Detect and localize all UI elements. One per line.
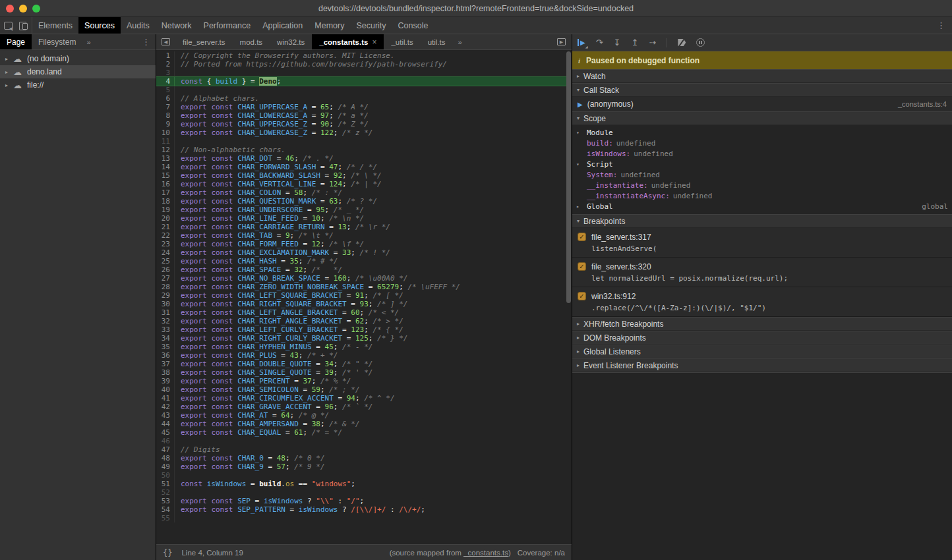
line-number[interactable]: 23: [156, 240, 175, 248]
line-content[interactable]: export const CHAR_RIGHT_CURLY_BRACKET = …: [175, 334, 407, 343]
line-content[interactable]: export const SEP = isWindows ? "\\" : "/…: [175, 497, 364, 505]
scope-group-global[interactable]: ▸Globalglobal: [572, 201, 952, 211]
line-content[interactable]: export const CHAR_HYPHEN_MINUS = 45; /* …: [175, 343, 372, 351]
line-number[interactable]: 55: [156, 514, 175, 522]
line-number[interactable]: 16: [156, 180, 175, 188]
watch-section-header[interactable]: ▸ Watch: [572, 69, 952, 83]
file-tab-file-server-ts[interactable]: file_server.ts: [175, 34, 233, 49]
tree-item-file-[interactable]: ▸☁file://: [0, 78, 156, 92]
line-content[interactable]: export const CHAR_RIGHT_SQUARE_BRACKET =…: [175, 300, 407, 308]
source-editor[interactable]: 1// Copyright the Browserify authors. MI…: [156, 50, 572, 544]
line-number[interactable]: 43: [156, 411, 175, 420]
line-number[interactable]: 51: [156, 480, 175, 488]
line-content[interactable]: export const CHAR_CIRCUMFLEX_ACCENT = 94…: [175, 394, 395, 403]
breakpoints-section-header[interactable]: ▾ Breakpoints: [572, 214, 952, 228]
line-content[interactable]: export const CHAR_DOT = 46; /* . */: [175, 154, 334, 163]
section-header[interactable]: ▸XHR/fetch Breakpoints: [572, 317, 952, 331]
breakpoint-checkbox[interactable]: ✓: [578, 233, 586, 241]
line-content[interactable]: export const CHAR_UNDERSCORE = 95; /* _ …: [175, 206, 364, 214]
section-header[interactable]: ▸Global Listeners: [572, 345, 952, 358]
line-content[interactable]: // Non-alphabetic chars.: [175, 146, 285, 154]
line-content[interactable]: export const CHAR_UPPERCASE_Z = 90; /* Z…: [175, 120, 369, 128]
line-content[interactable]: export const CHAR_EXCLAMATION_MARK = 33;…: [175, 248, 390, 257]
line-number[interactable]: 4: [156, 77, 175, 86]
file-tab-mod-ts[interactable]: mod.ts: [233, 34, 270, 49]
line-content[interactable]: export const CHAR_AT = 64; /* @ */: [175, 411, 329, 420]
line-content[interactable]: export const SEP_PATTERN = isWindows ? /…: [175, 505, 425, 514]
section-header[interactable]: ▸DOM Breakpoints: [572, 331, 952, 345]
line-number[interactable]: 46: [156, 437, 175, 445]
file-tab--util-ts[interactable]: _util.ts: [384, 34, 420, 49]
line-number[interactable]: 32: [156, 317, 175, 325]
scope-group-module[interactable]: ▾Module: [572, 127, 952, 138]
step-into-icon[interactable]: ↧: [614, 38, 621, 47]
scope-section-header[interactable]: ▾ Scope: [572, 111, 952, 125]
navigator-kebab-icon[interactable]: ⋮: [136, 34, 156, 49]
line-number[interactable]: 42: [156, 403, 175, 411]
line-number[interactable]: 15: [156, 171, 175, 180]
inspect-element-icon[interactable]: [4, 22, 13, 30]
line-number[interactable]: 28: [156, 283, 175, 291]
source-mapped-link[interactable]: _constants.ts: [463, 549, 508, 557]
hide-navigator-button[interactable]: ◀: [156, 34, 175, 49]
device-toolbar-icon[interactable]: [19, 21, 28, 30]
line-content[interactable]: export const CHAR_HASH = 35; /* # */: [175, 257, 338, 266]
line-content[interactable]: [175, 488, 181, 497]
editor-scrollbar-thumb[interactable]: [566, 51, 571, 303]
main-tab-performance[interactable]: Performance: [198, 17, 257, 34]
line-content[interactable]: export const CHAR_LEFT_ANGLE_BRACKET = 6…: [175, 308, 399, 317]
line-number[interactable]: 1: [156, 51, 175, 60]
file-tab--constants-ts[interactable]: _constants.ts×: [312, 34, 384, 49]
minimize-window-button[interactable]: [19, 5, 27, 13]
line-content[interactable]: export const CHAR_GRAVE_ACCENT = 96; /* …: [175, 403, 372, 411]
navigator-tab-page[interactable]: Page: [0, 34, 32, 49]
line-number[interactable]: 54: [156, 505, 175, 514]
line-content[interactable]: export const CHAR_AMPERSAND = 38; /* & *…: [175, 420, 360, 428]
line-number[interactable]: 17: [156, 188, 175, 197]
step-icon[interactable]: ⇢: [649, 38, 656, 47]
line-number[interactable]: 47: [156, 445, 175, 454]
show-debugger-sidebar-button[interactable]: ▶: [551, 34, 572, 49]
close-tab-icon[interactable]: ×: [372, 38, 376, 47]
line-number[interactable]: 36: [156, 351, 175, 360]
line-content[interactable]: // Copyright the Browserify authors. MIT…: [175, 51, 395, 60]
scope-group-script[interactable]: ▾Script: [572, 159, 952, 169]
line-content[interactable]: export const CHAR_9 = 57; /* 9 */: [175, 462, 325, 471]
line-number[interactable]: 27: [156, 274, 175, 283]
line-number[interactable]: 48: [156, 454, 175, 462]
line-number[interactable]: 10: [156, 128, 175, 137]
line-content[interactable]: export const CHAR_LINE_FEED = 10; /* \n …: [175, 214, 364, 223]
line-content[interactable]: [175, 437, 181, 445]
line-number[interactable]: 33: [156, 325, 175, 334]
line-number[interactable]: 11: [156, 137, 175, 146]
line-content[interactable]: export const CHAR_LEFT_SQUARE_BRACKET = …: [175, 291, 403, 300]
line-number[interactable]: 31: [156, 308, 175, 317]
line-content[interactable]: export const CHAR_DOUBLE_QUOTE = 34; /* …: [175, 360, 372, 368]
zoom-window-button[interactable]: [32, 5, 40, 13]
line-number[interactable]: 50: [156, 471, 175, 480]
line-content[interactable]: export const CHAR_0 = 48; /* 0 */: [175, 454, 325, 462]
line-number[interactable]: 14: [156, 163, 175, 171]
scope-variable-__instantiate[interactable]: __instantiate:undefined: [572, 180, 952, 190]
main-tab-sources[interactable]: Sources: [78, 17, 121, 34]
line-content[interactable]: [175, 137, 181, 146]
line-content[interactable]: export const CHAR_PERCENT = 37; /* % */: [175, 377, 351, 385]
pretty-print-button[interactable]: {}: [163, 548, 172, 557]
line-number[interactable]: 37: [156, 360, 175, 368]
step-out-icon[interactable]: ↥: [632, 38, 639, 47]
line-number[interactable]: 12: [156, 146, 175, 154]
line-content[interactable]: export const CHAR_UPPERCASE_A = 65; /* A…: [175, 103, 369, 111]
line-content[interactable]: // Alphabet chars.: [175, 94, 259, 103]
line-number[interactable]: 2: [156, 60, 175, 69]
tree-item--no-domain-[interactable]: ▸☁(no domain): [0, 52, 156, 65]
line-content[interactable]: export const CHAR_SEMICOLON = 59; /* ; *…: [175, 385, 360, 394]
line-number[interactable]: 40: [156, 385, 175, 394]
line-content[interactable]: export const CHAR_EQUAL = 61; /* = */: [175, 428, 342, 437]
line-number[interactable]: 22: [156, 231, 175, 240]
line-content[interactable]: export const CHAR_COLON = 58; /* : */: [175, 188, 342, 197]
line-number[interactable]: 49: [156, 462, 175, 471]
line-number[interactable]: 35: [156, 343, 175, 351]
more-file-tabs-chevron[interactable]: »: [453, 34, 467, 49]
line-number[interactable]: 18: [156, 197, 175, 206]
breakpoint-entry[interactable]: ✓file_server.ts:317listenAndServe(: [572, 228, 952, 258]
